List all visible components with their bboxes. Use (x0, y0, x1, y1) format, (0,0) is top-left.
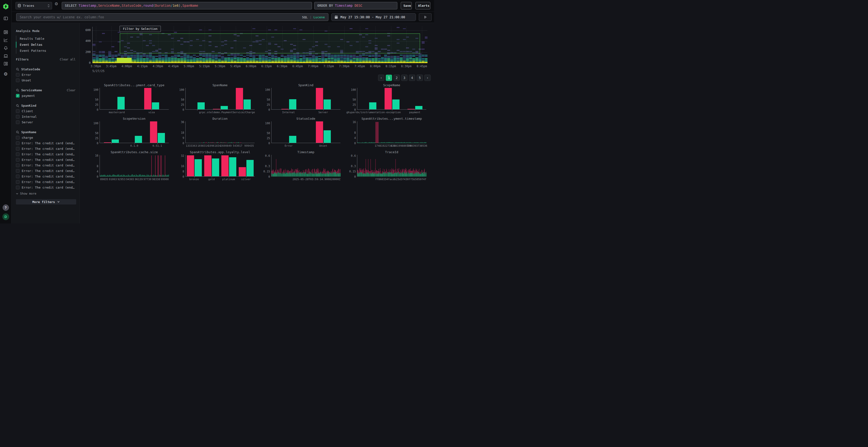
filter-option[interactable]: Error: The credit card (end… (16, 147, 75, 150)
checkbox-icon[interactable] (16, 186, 20, 189)
pager-page-2[interactable]: 2 (394, 75, 400, 81)
filter-option[interactable]: Error: The credit card (end… (16, 180, 75, 184)
filter-option[interactable]: Internal (16, 115, 75, 118)
filter-option[interactable]: charge (16, 136, 75, 139)
analysis-mode-item-event-deltas[interactable]: Event Deltas (16, 42, 75, 48)
mini-chart-y-tick: 0.6 (347, 154, 356, 158)
search-input[interactable] (20, 15, 302, 19)
filter-option[interactable]: Client (16, 109, 75, 113)
mini-chart-x-label: 2025-05-28T03:59:14.900820000Z (292, 178, 340, 181)
pager-page-4[interactable]: 4 (409, 75, 415, 81)
mini-chart-bar (392, 100, 400, 109)
filter-option[interactable]: Error: The credit card (end… (16, 169, 75, 173)
code-token: , (181, 4, 183, 7)
heatmap-x-tick: 5:45pm (230, 65, 241, 68)
pager-page-3[interactable]: 3 (401, 75, 407, 81)
filter-option[interactable]: Error (16, 73, 75, 77)
mini-chart-y-tick: 16 (347, 121, 356, 124)
mini-chart-y-tick: 50 (90, 98, 98, 101)
nav-laptop-button[interactable] (3, 54, 8, 59)
checkbox-checked-icon[interactable]: ✓ (16, 94, 20, 98)
filter-option[interactable]: Error: The credit card (end… (16, 164, 75, 167)
lucene-mode-toggle[interactable]: Lucene (313, 15, 325, 19)
mini-chart-title: SpanAttributes...yment.card_type (100, 83, 169, 87)
source-select[interactable]: Traces (16, 2, 52, 9)
sql-mode-toggle[interactable]: SQL (302, 15, 308, 19)
sql-select-input[interactable]: SELECT Timestamp,ServiceName,StatusCode,… (62, 2, 312, 9)
run-query-button[interactable] (419, 13, 432, 21)
checkbox-icon[interactable] (16, 141, 20, 145)
chevron-updown-icon (47, 4, 50, 8)
mini-chart-plot: 10050250ErrorUnset (271, 122, 340, 143)
filter-option[interactable]: Server (16, 121, 75, 124)
heatmap-date-label: 5/27/25 (92, 69, 105, 73)
heatmap-x-tick: 4:30pm (153, 65, 163, 68)
heatmap-x-tick: 4:00pm (122, 65, 132, 68)
mini-chart-x-tick-mark (220, 110, 221, 110)
mini-chart-plot: 10050250grpc.oteldemo.PaymentService/Cha… (185, 88, 255, 110)
mini-chart-cache_size: SpanAttributes.cache.size168408983591063… (90, 150, 169, 181)
filter-option[interactable]: Error: The credit card (end… (16, 158, 75, 162)
code-token: SpanName (183, 4, 198, 7)
filter-option[interactable]: Error: The credit card (end… (16, 175, 75, 178)
filter-option-label: Error: The credit card (end… (22, 141, 74, 145)
checkbox-icon[interactable] (16, 180, 20, 184)
checkbox-icon[interactable] (16, 121, 20, 124)
source-settings-gear-icon[interactable]: ⚙ (55, 1, 58, 6)
checkbox-icon[interactable] (16, 115, 20, 118)
help-button[interactable]: ? (3, 204, 9, 211)
pager-next-button[interactable]: › (424, 75, 431, 81)
pager-page-5[interactable]: 5 (416, 75, 423, 81)
mini-chart-x-label: grpc.oteldemo.PaymentService/Charge (199, 111, 255, 114)
checkbox-icon[interactable] (16, 158, 20, 162)
analysis-mode-item-results-table[interactable]: Results Table (16, 36, 75, 42)
nav-event-log-button[interactable] (3, 30, 8, 35)
filter-option[interactable]: Error: The credit card (end… (16, 141, 75, 145)
time-range-value: May 27 15:30:00 - May 27 21:00:00 (340, 15, 405, 19)
line-chart-icon (3, 38, 8, 43)
mini-chart-y-tick: 0.3 (347, 165, 356, 168)
filter-option-label: Error: The credit card (end… (22, 147, 74, 150)
analysis-mode-item-event-patterns[interactable]: Event Patterns (16, 48, 75, 54)
filter-option[interactable]: Error: The credit card (end… (16, 152, 75, 156)
time-range-picker[interactable]: May 27 15:30:00 - May 27 21:00:00 (331, 13, 416, 21)
nav-line-chart-button[interactable] (3, 38, 8, 43)
pager-prev-button[interactable]: ‹ (378, 75, 384, 81)
show-more-button[interactable]: Show more (16, 192, 75, 195)
mini-chart-status_code: StatusCode10050250ErrorUnset (261, 117, 340, 147)
clear-filter-button[interactable]: Clear (67, 89, 75, 92)
clear-all-filters-button[interactable]: Clear all (60, 58, 75, 61)
checkbox-icon[interactable] (16, 78, 20, 82)
nav-dashboard-button[interactable] (3, 61, 8, 66)
filter-option[interactable]: Error: The credit card (end… (16, 186, 75, 189)
sql-orderby-input[interactable]: ORDER BY Timestamp DESC (314, 2, 397, 9)
filter-group-header: ServiceNameClear (16, 89, 75, 92)
mini-chart-title: SpanAttributes...yment.timestamp (357, 117, 426, 121)
checkbox-icon[interactable] (16, 73, 20, 77)
save-button[interactable]: Save (401, 2, 412, 9)
checkbox-icon[interactable] (16, 109, 20, 113)
checkbox-icon[interactable] (16, 169, 20, 173)
nav-gear-button[interactable]: ⚙ (4, 71, 8, 77)
events-heatmap[interactable] (92, 27, 427, 63)
mini-chart-y-tick: 0 (261, 108, 270, 111)
heatmap-selection-box[interactable] (120, 33, 420, 54)
mini-chart-y-tick: 25 (90, 137, 98, 140)
alerts-button[interactable]: Alerts (415, 2, 430, 9)
checkbox-icon[interactable] (16, 164, 20, 167)
checkbox-icon[interactable] (16, 152, 20, 156)
pager-page-1[interactable]: 1 (386, 75, 392, 81)
more-filters-button[interactable]: More filters (16, 199, 76, 204)
nav-bell-button[interactable] (3, 45, 8, 50)
mini-chart-bar (384, 88, 392, 109)
nav-panel-left-button[interactable] (3, 16, 8, 21)
filter-option[interactable]: Unset (16, 78, 75, 82)
mini-chart-x-label: 0.51.1 (152, 144, 162, 147)
filter-option[interactable]: ✓payment (16, 94, 75, 98)
database-icon (18, 4, 21, 7)
checkbox-icon[interactable] (16, 147, 20, 150)
checkbox-icon[interactable] (16, 175, 20, 178)
nav-logo[interactable] (3, 3, 9, 10)
checkbox-icon[interactable] (16, 136, 20, 139)
user-avatar[interactable]: D (2, 213, 9, 220)
